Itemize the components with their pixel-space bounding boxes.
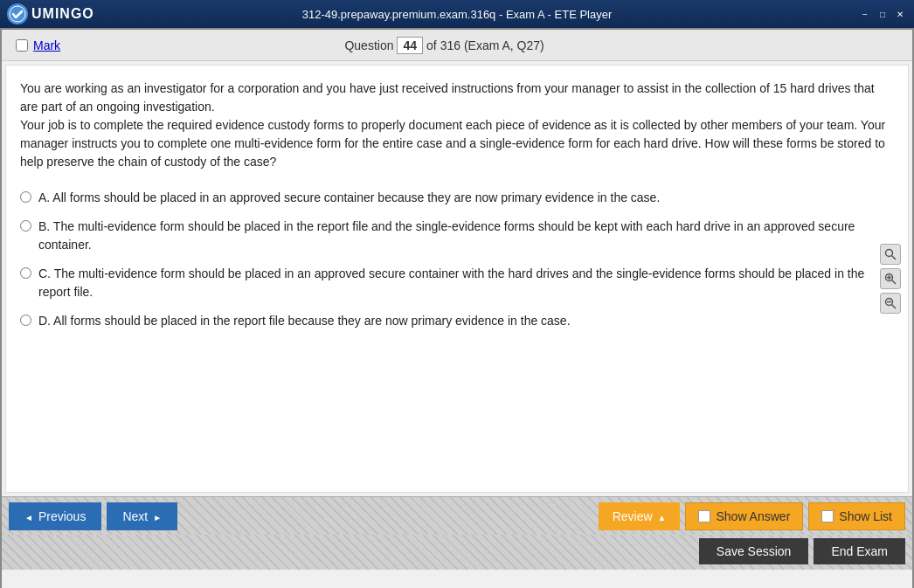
option-b: B. The multi-evidence form should be pla…: [20, 218, 894, 254]
svg-point-0: [10, 6, 25, 22]
show-list-checkbox-indicator: [821, 510, 834, 522]
show-answer-label: Show Answer: [716, 509, 790, 523]
next-label: Next: [122, 509, 148, 523]
logo-text: UMINGO: [31, 6, 94, 22]
question-number-box: 44: [397, 37, 423, 54]
mark-checkbox[interactable]: [16, 39, 28, 52]
option-c: C. The multi-evidence form should be pla…: [20, 265, 894, 301]
question-text: You are working as an investigator for a…: [20, 80, 894, 171]
window-controls: − □ ✕: [858, 8, 907, 20]
previous-label: Previous: [38, 509, 86, 523]
close-button[interactable]: ✕: [893, 8, 907, 20]
next-button[interactable]: Next: [107, 502, 177, 530]
option-b-text: B. The multi-evidence form should be pla…: [38, 218, 894, 254]
search-icon[interactable]: [880, 244, 901, 265]
option-c-text: C. The multi-evidence form should be pla…: [38, 265, 894, 301]
option-d: D. All forms should be placed in the rep…: [20, 312, 894, 330]
question-info: Question 44 of 316 (Exam A, Q27): [344, 37, 544, 54]
svg-line-8: [892, 305, 897, 309]
save-session-button[interactable]: Save Session: [699, 538, 809, 564]
review-button[interactable]: Review: [599, 502, 681, 530]
option-c-radio[interactable]: [20, 267, 31, 279]
logo: UMINGO: [7, 3, 94, 24]
minimize-button[interactable]: −: [858, 8, 872, 20]
question-label: Question: [344, 38, 393, 52]
option-a-radio[interactable]: [20, 191, 31, 203]
zoom-controls: [880, 244, 901, 314]
content-area: You are working as an investigator for a…: [5, 65, 909, 493]
maximize-button[interactable]: □: [876, 8, 890, 20]
svg-line-2: [892, 256, 897, 260]
show-list-label: Show List: [839, 509, 892, 523]
options-list: A. All forms should be placed in an appr…: [20, 189, 894, 330]
option-d-radio[interactable]: [20, 315, 31, 326]
option-a-text: A. All forms should be placed in an appr…: [38, 189, 894, 207]
bottom-toolbar: Previous Next Review Show Answer Show Li…: [2, 496, 912, 535]
logo-icon: [7, 3, 28, 24]
zoom-out-icon[interactable]: [880, 293, 901, 314]
prev-arrow-icon: [24, 509, 33, 523]
option-d-text: D. All forms should be placed in the rep…: [38, 312, 894, 330]
zoom-in-icon[interactable]: [880, 268, 901, 289]
review-label: Review: [613, 509, 653, 523]
svg-line-4: [892, 280, 897, 285]
review-arrow-icon: [658, 509, 667, 523]
bottom-toolbar-row2: Save Session End Exam: [2, 535, 912, 570]
svg-point-1: [886, 250, 893, 257]
option-a: A. All forms should be placed in an appr…: [20, 189, 894, 207]
mark-label[interactable]: Mark: [33, 38, 60, 52]
show-list-button[interactable]: Show List: [808, 502, 905, 530]
next-arrow-icon: [153, 509, 162, 523]
mark-section: Mark: [16, 38, 60, 52]
option-b-radio[interactable]: [20, 220, 31, 232]
show-answer-checkbox-indicator: [698, 510, 710, 522]
header-bar: Mark Question 44 of 316 (Exam A, Q27): [2, 30, 912, 61]
previous-button[interactable]: Previous: [9, 502, 101, 530]
window-title: 312-49.prepaway.premium.exam.316q - Exam…: [302, 8, 613, 21]
title-bar-left: UMINGO: [7, 3, 94, 24]
main-window: Mark Question 44 of 316 (Exam A, Q27) Yo…: [0, 28, 914, 588]
question-total: of 316 (Exam A, Q27): [426, 38, 544, 52]
show-answer-button[interactable]: Show Answer: [685, 502, 803, 530]
end-exam-button[interactable]: End Exam: [814, 538, 905, 564]
title-bar: UMINGO 312-49.prepaway.premium.exam.316q…: [0, 0, 914, 28]
